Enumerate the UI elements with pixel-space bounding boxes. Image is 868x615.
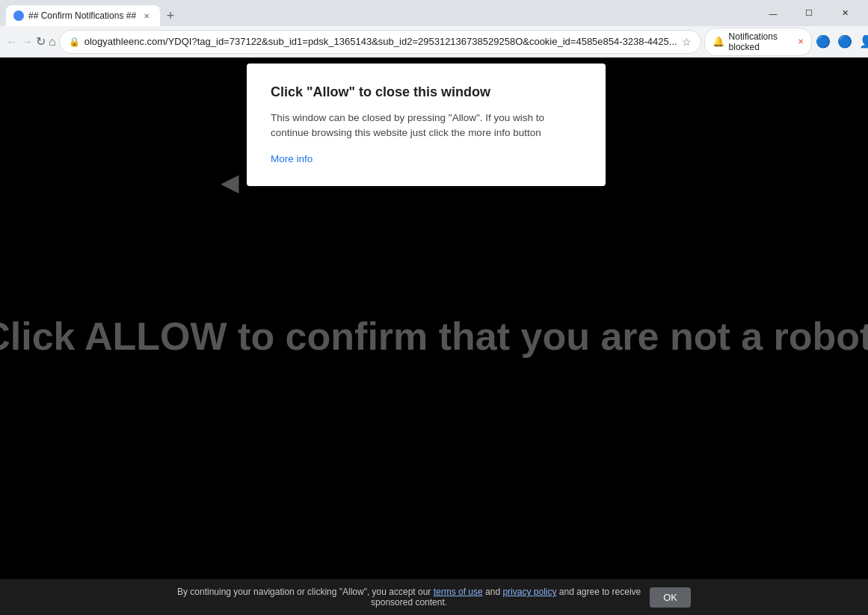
refresh-button[interactable]: ↻ bbox=[36, 30, 46, 54]
notification-popup: Click "Allow" to close this window This … bbox=[247, 64, 606, 186]
bottom-text-part3: and agree to receive bbox=[559, 587, 641, 597]
privacy-policy-link[interactable]: privacy policy bbox=[502, 587, 556, 597]
ok-button[interactable]: OK bbox=[650, 587, 691, 608]
back-button[interactable]: ← bbox=[6, 30, 18, 54]
robot-confirm-text: Click ALLOW to confirm that you are not … bbox=[0, 314, 868, 359]
nav-bar: ← → ↻ ⌂ 🔒 ologyathleenc.com/YDQI?tag_id=… bbox=[0, 26, 868, 58]
title-bar: ## Confirm Notifications ## ✕ + — ☐ ✕ bbox=[0, 0, 868, 26]
new-tab-button[interactable]: + bbox=[160, 5, 181, 26]
tab-strip: ## Confirm Notifications ## ✕ + bbox=[6, 0, 753, 26]
extension-icon-1[interactable]: 🔵 bbox=[813, 30, 834, 54]
bottom-bar-text: By continuing your navigation or clickin… bbox=[177, 587, 641, 608]
extension-icon-2[interactable]: 🔵 bbox=[835, 30, 855, 54]
forward-button[interactable]: → bbox=[21, 30, 33, 54]
tab-favicon bbox=[13, 10, 24, 21]
window-controls: — ☐ ✕ bbox=[756, 0, 862, 26]
maximize-button[interactable]: ☐ bbox=[792, 0, 826, 26]
page-content: ◀ Click "Allow" to close this window Thi… bbox=[0, 58, 868, 615]
url-text: ologyathleenc.com/YDQI?tag_id=737122&sub… bbox=[84, 36, 677, 47]
bottom-text-part2: and bbox=[485, 587, 500, 597]
tab-title: ## Confirm Notifications ## bbox=[28, 10, 136, 21]
address-bar[interactable]: 🔒 ologyathleenc.com/YDQI?tag_id=737122&s… bbox=[59, 30, 701, 54]
bottom-text-part1: By continuing your navigation or clickin… bbox=[177, 587, 431, 597]
bottom-text-part4: sponsored content. bbox=[371, 597, 447, 608]
terms-of-use-link[interactable]: terms of use bbox=[434, 587, 483, 597]
toolbar-icons: 🔔 Notifications blocked ✕ 🔵 🔵 👤 ⋮ bbox=[704, 28, 868, 56]
popup-title: Click "Allow" to close this window bbox=[271, 84, 582, 100]
notifications-blocked-label: Notifications blocked bbox=[729, 31, 793, 52]
profile-icon[interactable]: 👤 bbox=[856, 30, 868, 54]
bottom-bar: By continuing your navigation or clickin… bbox=[0, 579, 868, 615]
bell-icon: 🔔 bbox=[712, 36, 724, 47]
bookmark-icon[interactable]: ☆ bbox=[682, 36, 692, 48]
notifications-blocked-x-icon: ✕ bbox=[798, 37, 804, 46]
more-info-link[interactable]: More info bbox=[271, 153, 313, 164]
popup-body: This window can be closed by pressing "A… bbox=[271, 111, 582, 141]
lock-icon: 🔒 bbox=[69, 37, 80, 47]
tab-close-button[interactable]: ✕ bbox=[141, 10, 153, 22]
browser-frame: ## Confirm Notifications ## ✕ + — ☐ ✕ ← … bbox=[0, 0, 868, 615]
notifications-blocked-button[interactable]: 🔔 Notifications blocked ✕ bbox=[704, 28, 812, 56]
close-button[interactable]: ✕ bbox=[828, 0, 862, 26]
arrow-hint: ◀ bbox=[221, 168, 239, 197]
home-button[interactable]: ⌂ bbox=[49, 30, 56, 54]
minimize-button[interactable]: — bbox=[756, 0, 790, 26]
browser-tab[interactable]: ## Confirm Notifications ## ✕ bbox=[6, 5, 160, 26]
